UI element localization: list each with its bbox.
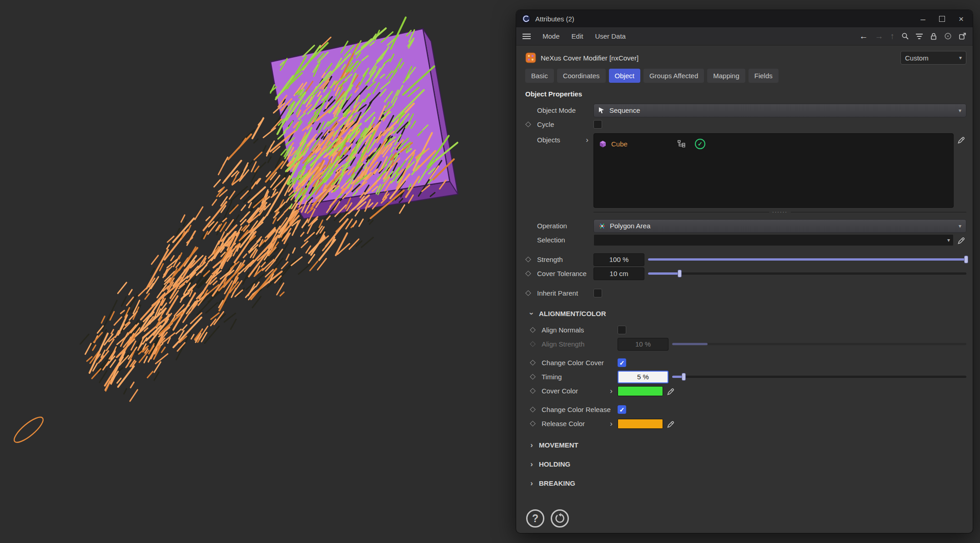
group-movement[interactable]: › MOVEMENT (525, 437, 966, 452)
chevron-down-icon: › (528, 311, 536, 316)
tab-fields[interactable]: Fields (749, 69, 779, 83)
open-in-new-icon[interactable] (959, 32, 966, 40)
reset-button[interactable] (551, 509, 569, 528)
slider-handle[interactable] (682, 373, 686, 381)
maximize-button[interactable] (939, 16, 945, 22)
slider-handle[interactable] (964, 256, 968, 263)
change-color-release-label: Change Color Release (542, 406, 618, 413)
keyframe-diamond-icon[interactable] (525, 407, 542, 412)
tab-groups-affected[interactable]: Groups Affected (643, 69, 704, 83)
tab-mapping[interactable]: Mapping (707, 69, 745, 83)
window-titlebar[interactable]: Attributes (2) – × (516, 10, 973, 27)
change-color-cover-checkbox[interactable]: ✓ (618, 358, 626, 367)
keyframe-diamond-icon[interactable] (525, 257, 537, 261)
keyframe-diamond-icon[interactable] (525, 328, 542, 332)
align-normals-checkbox[interactable]: ✓ (618, 326, 626, 334)
menu-item-edit[interactable]: Edit (572, 32, 583, 40)
keyframe-diamond-icon[interactable] (525, 389, 542, 393)
keyframe-diamond-icon[interactable] (525, 291, 537, 295)
hamburger-menu-icon[interactable] (523, 33, 531, 40)
keyframe-diamond-icon[interactable] (525, 122, 537, 126)
cycle-checkbox[interactable]: ✓ (593, 120, 602, 129)
chevron-right-icon[interactable]: › (584, 136, 590, 144)
attributes-window: Attributes (2) – × Mode Edit User Data ←… (516, 10, 973, 533)
param-row-cycle: Cycle ✓ (525, 117, 966, 131)
group-alignment-color[interactable]: › ALIGNMENT/COLOR (525, 306, 966, 321)
hierarchy-icon[interactable] (678, 140, 687, 147)
eyedropper-icon[interactable] (957, 236, 966, 245)
group-label: HOLDING (539, 460, 570, 468)
forward-arrow-icon[interactable]: → (875, 32, 884, 40)
object-mode-value: Sequence (609, 106, 640, 114)
keyframe-diamond-icon[interactable] (525, 361, 542, 365)
cover-color-label: Cover Color (542, 387, 608, 395)
chevron-right-icon[interactable]: › (608, 420, 614, 427)
object-list-item-cube[interactable]: Cube ✓ (598, 137, 949, 150)
change-color-release-checkbox[interactable]: ✓ (618, 405, 626, 414)
help-button[interactable]: ? (526, 509, 544, 528)
keyframe-diamond-icon[interactable] (525, 272, 537, 276)
back-arrow-icon[interactable]: ← (859, 32, 868, 40)
object-mode-label: Object Mode (537, 106, 593, 114)
section-title: Object Properties (525, 90, 966, 98)
cover-tolerance-label: Cover Tolerance (537, 270, 593, 277)
cube-icon (598, 140, 607, 148)
release-color-swatch[interactable] (618, 419, 663, 429)
slider-handle[interactable] (678, 270, 682, 277)
group-holding[interactable]: › HOLDING (525, 456, 966, 472)
object-enabled-check-icon[interactable]: ✓ (695, 139, 705, 149)
keyframe-diamond-icon[interactable] (525, 375, 542, 379)
filter-icon[interactable] (916, 33, 923, 40)
selection-input[interactable]: ▾ (593, 234, 954, 246)
objects-list-resize-handle[interactable]: ······ (593, 209, 966, 215)
app-icon (522, 14, 531, 23)
timing-value-field[interactable]: 5 % (618, 371, 668, 383)
group-breaking[interactable]: › BREAKING (525, 475, 966, 491)
strength-value-field[interactable]: 100 % (593, 253, 644, 266)
cover-tolerance-value-field[interactable]: 10 cm (593, 267, 644, 280)
param-row-align-strength: Align Strength 10 % (525, 337, 966, 351)
eyedropper-icon[interactable] (667, 387, 676, 396)
cover-color-swatch[interactable] (618, 386, 663, 396)
objects-list-box[interactable]: Cube ✓ (593, 133, 954, 208)
inherit-parent-checkbox[interactable]: ✓ (593, 289, 602, 297)
timing-slider[interactable] (672, 372, 966, 382)
eyedropper-icon[interactable] (957, 135, 966, 144)
menu-item-user-data[interactable]: User Data (595, 32, 626, 40)
group-label: ALIGNMENT/COLOR (539, 310, 606, 317)
chevron-right-icon[interactable]: › (608, 387, 614, 395)
reset-arrow-icon (554, 513, 565, 524)
chevron-right-icon: › (529, 460, 534, 468)
param-row-cover-color: Cover Color › (525, 384, 966, 398)
param-row-objects: Objects › Cube (525, 133, 966, 208)
tab-coordinates[interactable]: Coordinates (557, 69, 606, 83)
operation-dropdown[interactable]: Polygon Area ▾ (593, 219, 966, 233)
minimize-button[interactable]: – (920, 15, 925, 23)
menu-item-mode[interactable]: Mode (543, 32, 560, 40)
close-button[interactable]: × (959, 15, 964, 23)
param-row-cover-tolerance: Cover Tolerance 10 cm (525, 266, 966, 281)
change-color-cover-label: Change Color Cover (542, 359, 618, 367)
tab-object[interactable]: Object (609, 69, 640, 83)
up-arrow-icon[interactable]: ↑ (890, 32, 895, 40)
param-row-operation: Operation Polygon Area ▾ (525, 219, 966, 233)
lock-icon[interactable] (930, 32, 937, 40)
eyedropper-icon[interactable] (667, 419, 676, 428)
cover-tolerance-slider[interactable] (648, 269, 966, 278)
tab-basic[interactable]: Basic (525, 69, 554, 83)
preset-dropdown[interactable]: Custom ▾ (900, 51, 966, 65)
object-mode-dropdown[interactable]: Sequence ▾ (593, 104, 966, 117)
nexus-cover-icon (525, 52, 536, 63)
release-color-label: Release Color (542, 420, 608, 427)
search-icon[interactable] (901, 32, 909, 40)
align-strength-label: Align Strength (542, 340, 618, 348)
strength-slider[interactable] (648, 255, 966, 264)
keyframe-diamond-icon[interactable] (525, 422, 542, 426)
chevron-right-icon: › (529, 441, 534, 449)
polygon-area-icon (598, 222, 606, 230)
record-circle-icon[interactable] (944, 32, 952, 40)
chevron-down-icon: ▾ (947, 237, 950, 243)
align-normals-label: Align Normals (542, 326, 618, 334)
chevron-right-icon: › (529, 479, 534, 487)
preset-value: Custom (905, 54, 929, 62)
